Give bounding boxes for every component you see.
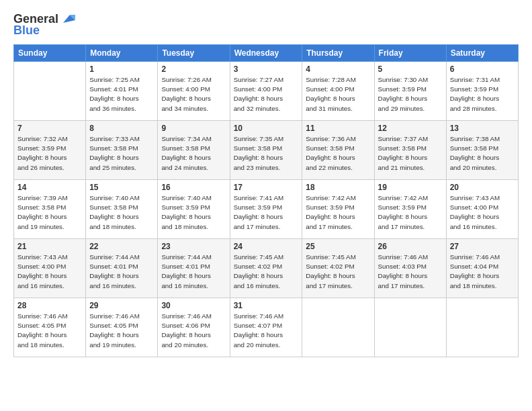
day-info: Sunrise: 7:44 AM Sunset: 4:01 PM Dayligh… (161, 253, 226, 291)
day-number: 31 (234, 301, 299, 310)
calendar-cell: 17Sunrise: 7:41 AM Sunset: 3:59 PM Dayli… (230, 180, 302, 239)
calendar-cell: 22Sunrise: 7:44 AM Sunset: 4:01 PM Dayli… (86, 239, 158, 298)
calendar-cell (14, 62, 86, 121)
day-info: Sunrise: 7:30 AM Sunset: 3:59 PM Dayligh… (378, 75, 443, 113)
day-info: Sunrise: 7:39 AM Sunset: 3:58 PM Dayligh… (17, 193, 82, 232)
day-number: 24 (234, 242, 299, 251)
calendar-cell: 12Sunrise: 7:37 AM Sunset: 3:58 PM Dayli… (374, 121, 446, 180)
day-number: 21 (17, 242, 82, 251)
day-header-friday: Friday (374, 45, 446, 62)
day-info: Sunrise: 7:28 AM Sunset: 4:00 PM Dayligh… (306, 75, 370, 113)
day-info: Sunrise: 7:46 AM Sunset: 4:04 PM Dayligh… (450, 253, 515, 291)
calendar-week-2: 7Sunrise: 7:32 AM Sunset: 3:59 PM Daylig… (14, 121, 519, 180)
day-info: Sunrise: 7:26 AM Sunset: 4:00 PM Dayligh… (161, 75, 226, 113)
page: General Blue SundayMondayTuesdayWednesda… (0, 0, 532, 411)
day-number: 30 (161, 301, 226, 310)
day-number: 8 (89, 124, 154, 133)
day-number: 28 (17, 301, 82, 310)
day-info: Sunrise: 7:44 AM Sunset: 4:01 PM Dayligh… (89, 253, 154, 291)
day-number: 15 (89, 183, 154, 192)
calendar-cell: 16Sunrise: 7:40 AM Sunset: 3:59 PM Dayli… (158, 180, 230, 239)
day-number: 12 (378, 124, 443, 133)
day-info: Sunrise: 7:45 AM Sunset: 4:02 PM Dayligh… (234, 253, 299, 291)
calendar-cell: 25Sunrise: 7:45 AM Sunset: 4:02 PM Dayli… (302, 239, 374, 298)
calendar-cell: 7Sunrise: 7:32 AM Sunset: 3:59 PM Daylig… (14, 121, 86, 180)
day-info: Sunrise: 7:35 AM Sunset: 3:58 PM Dayligh… (234, 134, 299, 173)
day-info: Sunrise: 7:32 AM Sunset: 3:59 PM Dayligh… (17, 134, 82, 173)
calendar-cell: 21Sunrise: 7:43 AM Sunset: 4:00 PM Dayli… (14, 239, 86, 298)
day-number: 17 (234, 183, 299, 192)
day-info: Sunrise: 7:40 AM Sunset: 3:58 PM Dayligh… (89, 193, 154, 232)
day-header-tuesday: Tuesday (158, 45, 230, 62)
day-number: 26 (378, 242, 443, 251)
day-number: 13 (450, 124, 515, 133)
calendar-week-5: 28Sunrise: 7:46 AM Sunset: 4:05 PM Dayli… (14, 298, 519, 357)
calendar-cell: 28Sunrise: 7:46 AM Sunset: 4:05 PM Dayli… (14, 298, 86, 357)
calendar-cell: 11Sunrise: 7:36 AM Sunset: 3:58 PM Dayli… (302, 121, 374, 180)
day-header-monday: Monday (86, 45, 158, 62)
day-info: Sunrise: 7:37 AM Sunset: 3:58 PM Dayligh… (378, 134, 443, 173)
day-number: 11 (306, 124, 370, 133)
header: General Blue (13, 12, 519, 38)
day-info: Sunrise: 7:46 AM Sunset: 4:05 PM Dayligh… (89, 312, 154, 350)
day-info: Sunrise: 7:45 AM Sunset: 4:02 PM Dayligh… (306, 253, 370, 291)
day-number: 1 (89, 64, 154, 74)
day-info: Sunrise: 7:38 AM Sunset: 3:58 PM Dayligh… (450, 134, 515, 173)
day-number: 23 (161, 242, 226, 251)
calendar-cell: 2Sunrise: 7:26 AM Sunset: 4:00 PM Daylig… (158, 62, 230, 121)
day-number: 25 (306, 242, 370, 251)
day-number: 7 (17, 124, 82, 133)
day-info: Sunrise: 7:46 AM Sunset: 4:06 PM Dayligh… (161, 312, 226, 350)
day-number: 6 (450, 64, 515, 74)
day-number: 4 (306, 64, 370, 74)
day-number: 18 (306, 183, 370, 192)
calendar-header-row: SundayMondayTuesdayWednesdayThursdayFrid… (14, 45, 519, 62)
day-info: Sunrise: 7:33 AM Sunset: 3:58 PM Dayligh… (89, 134, 154, 173)
day-header-saturday: Saturday (446, 45, 518, 62)
day-number: 3 (234, 64, 299, 74)
day-number: 5 (378, 64, 443, 74)
day-number: 16 (161, 183, 226, 192)
calendar-cell: 26Sunrise: 7:46 AM Sunset: 4:03 PM Dayli… (374, 239, 446, 298)
day-info: Sunrise: 7:42 AM Sunset: 3:59 PM Dayligh… (378, 193, 443, 232)
calendar-cell: 31Sunrise: 7:46 AM Sunset: 4:07 PM Dayli… (230, 298, 302, 357)
day-number: 10 (234, 124, 299, 133)
day-info: Sunrise: 7:25 AM Sunset: 4:01 PM Dayligh… (89, 75, 154, 113)
day-info: Sunrise: 7:46 AM Sunset: 4:03 PM Dayligh… (378, 253, 443, 291)
calendar-cell: 19Sunrise: 7:42 AM Sunset: 3:59 PM Dayli… (374, 180, 446, 239)
day-info: Sunrise: 7:36 AM Sunset: 3:58 PM Dayligh… (306, 134, 370, 173)
day-info: Sunrise: 7:31 AM Sunset: 3:59 PM Dayligh… (450, 75, 515, 113)
calendar-cell: 13Sunrise: 7:38 AM Sunset: 3:58 PM Dayli… (446, 121, 518, 180)
calendar-week-1: 1Sunrise: 7:25 AM Sunset: 4:01 PM Daylig… (14, 62, 519, 121)
calendar-cell: 15Sunrise: 7:40 AM Sunset: 3:58 PM Dayli… (86, 180, 158, 239)
day-header-wednesday: Wednesday (230, 45, 302, 62)
day-number: 9 (161, 124, 226, 133)
calendar-cell: 23Sunrise: 7:44 AM Sunset: 4:01 PM Dayli… (158, 239, 230, 298)
logo-icon (60, 13, 75, 26)
day-header-thursday: Thursday (302, 45, 374, 62)
calendar-table: SundayMondayTuesdayWednesdayThursdayFrid… (13, 44, 519, 357)
calendar-cell: 18Sunrise: 7:42 AM Sunset: 3:59 PM Dayli… (302, 180, 374, 239)
day-number: 29 (89, 301, 154, 310)
day-number: 19 (378, 183, 443, 192)
calendar-cell: 10Sunrise: 7:35 AM Sunset: 3:58 PM Dayli… (230, 121, 302, 180)
day-header-sunday: Sunday (14, 45, 86, 62)
calendar-cell: 3Sunrise: 7:27 AM Sunset: 4:00 PM Daylig… (230, 62, 302, 121)
calendar-cell: 1Sunrise: 7:25 AM Sunset: 4:01 PM Daylig… (86, 62, 158, 121)
day-number: 27 (450, 242, 515, 251)
calendar-cell: 4Sunrise: 7:28 AM Sunset: 4:00 PM Daylig… (302, 62, 374, 121)
calendar-cell: 30Sunrise: 7:46 AM Sunset: 4:06 PM Dayli… (158, 298, 230, 357)
calendar-cell: 29Sunrise: 7:46 AM Sunset: 4:05 PM Dayli… (86, 298, 158, 357)
day-info: Sunrise: 7:42 AM Sunset: 3:59 PM Dayligh… (306, 193, 370, 232)
day-info: Sunrise: 7:43 AM Sunset: 4:00 PM Dayligh… (450, 193, 515, 232)
calendar-week-3: 14Sunrise: 7:39 AM Sunset: 3:58 PM Dayli… (14, 180, 519, 239)
calendar-cell: 9Sunrise: 7:34 AM Sunset: 3:58 PM Daylig… (158, 121, 230, 180)
calendar-cell: 6Sunrise: 7:31 AM Sunset: 3:59 PM Daylig… (446, 62, 518, 121)
calendar-cell: 24Sunrise: 7:45 AM Sunset: 4:02 PM Dayli… (230, 239, 302, 298)
day-info: Sunrise: 7:40 AM Sunset: 3:59 PM Dayligh… (161, 193, 226, 232)
day-info: Sunrise: 7:34 AM Sunset: 3:58 PM Dayligh… (161, 134, 226, 173)
day-info: Sunrise: 7:46 AM Sunset: 4:05 PM Dayligh… (17, 312, 82, 350)
calendar-week-4: 21Sunrise: 7:43 AM Sunset: 4:00 PM Dayli… (14, 239, 519, 298)
calendar-cell (446, 298, 518, 357)
logo: General Blue (13, 12, 76, 38)
